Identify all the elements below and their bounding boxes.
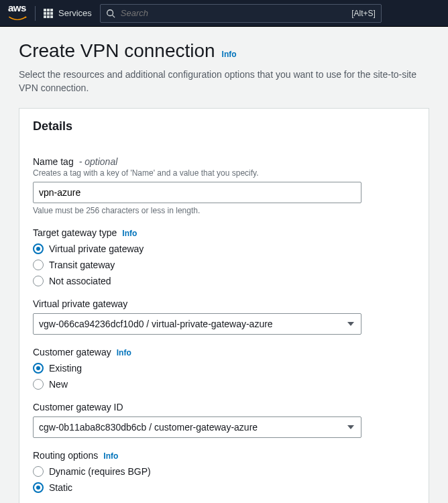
radio-static-label: Static — [49, 482, 72, 493]
top-nav: aws Services [Alt+S] — [0, 0, 448, 27]
radio-tgw-label: Transit gateway — [49, 260, 115, 270]
target-gateway-info[interactable]: Info — [122, 229, 137, 238]
page-description: Select the resources and additional conf… — [19, 68, 429, 95]
cgw-id-field: Customer gateway ID cgw-0b11aba8c830db6c… — [33, 402, 415, 438]
cgw-select[interactable]: cgw-0b11aba8c830db6cb / customer-gateway… — [33, 416, 361, 438]
search-shortcut-hint: [Alt+S] — [351, 9, 376, 18]
customer-gateway-field: Customer gateway Info Existing New — [33, 347, 415, 390]
customer-gateway-label: Customer gateway — [33, 347, 111, 357]
radio-transit-gateway[interactable] — [33, 260, 44, 270]
page-info-link[interactable]: Info — [222, 50, 237, 59]
customer-gateway-info[interactable]: Info — [117, 348, 131, 357]
nav-separator — [35, 6, 36, 21]
name-tag-sub: Creates a tag with a key of 'Name' and a… — [33, 168, 415, 178]
aws-logo-text: aws — [8, 2, 27, 13]
radio-cgw-existing[interactable] — [33, 363, 44, 374]
details-header: Details — [33, 119, 415, 133]
radio-none-label: Not associated — [49, 276, 111, 286]
radio-routing-static[interactable] — [33, 482, 44, 493]
search-icon — [106, 9, 115, 18]
radio-vpg-label: Virtual private gateway — [49, 243, 144, 254]
name-tag-label: Name tag — [33, 156, 74, 167]
svg-point-0 — [107, 9, 113, 15]
radio-not-associated[interactable] — [33, 276, 44, 286]
cgw-select-value: cgw-0b11aba8c830db6cb / customer-gateway… — [39, 422, 258, 433]
cgw-id-label: Customer gateway ID — [33, 402, 123, 412]
name-tag-input[interactable] — [33, 182, 361, 203]
routing-options-field: Routing options Info Dynamic (requires B… — [33, 450, 415, 493]
aws-logo[interactable]: aws — [8, 2, 27, 24]
grid-icon — [44, 9, 53, 18]
services-label: Services — [58, 8, 92, 18]
services-menu-button[interactable]: Services — [44, 8, 92, 18]
page-title: Create VPN connection — [19, 40, 215, 62]
name-tag-optional: - optional — [79, 156, 118, 167]
details-card: Details Name tag - optional Creates a ta… — [19, 108, 429, 503]
routing-options-label: Routing options — [33, 450, 98, 461]
target-gateway-label: Target gateway type — [33, 227, 117, 238]
svg-line-1 — [112, 15, 115, 17]
page-content: Create VPN connection Info Select the re… — [0, 27, 448, 503]
vpg-select-value: vgw-066ca94236dcf10d0 / virtual-private-… — [39, 319, 273, 329]
radio-existing-label: Existing — [49, 363, 82, 374]
vpg-select-label: Virtual private gateway — [33, 298, 127, 309]
routing-options-info[interactable]: Info — [103, 451, 118, 461]
aws-smile-icon — [8, 15, 27, 22]
vpg-select[interactable]: vgw-066ca94236dcf10d0 / virtual-private-… — [33, 313, 361, 335]
radio-routing-dynamic[interactable] — [33, 466, 44, 477]
vpg-select-field: Virtual private gateway vgw-066ca94236dc… — [33, 298, 415, 335]
name-tag-field: Name tag - optional Creates a tag with a… — [33, 156, 415, 215]
global-search[interactable]: [Alt+S] — [100, 4, 382, 23]
radio-cgw-new[interactable] — [33, 379, 44, 390]
search-input[interactable] — [121, 8, 346, 18]
radio-virtual-private-gateway[interactable] — [33, 243, 44, 254]
name-tag-hint: Value must be 256 characters or less in … — [33, 206, 415, 215]
target-gateway-field: Target gateway type Info Virtual private… — [33, 227, 415, 286]
radio-new-label: New — [49, 379, 68, 390]
radio-dynamic-label: Dynamic (requires BGP) — [49, 466, 151, 477]
